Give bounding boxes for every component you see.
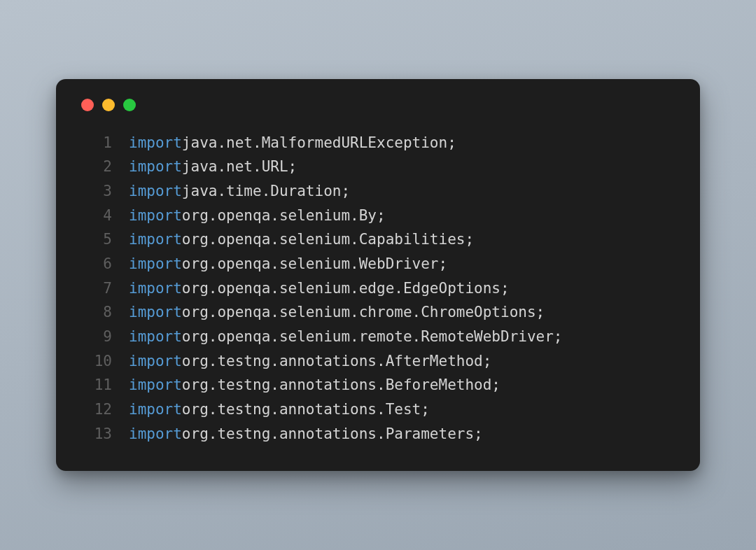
code-line: 3import java.time.Duration; <box>78 179 678 204</box>
line-number: 7 <box>78 276 112 301</box>
code-line: 7import org.openqa.selenium.edge.EdgeOpt… <box>78 276 678 301</box>
code-line: 6import org.openqa.selenium.WebDriver; <box>78 252 678 276</box>
window-controls <box>78 99 678 111</box>
maximize-icon[interactable] <box>123 99 136 111</box>
code-line: 12import org.testng.annotations.Test; <box>78 397 678 422</box>
keyword-import: import <box>129 227 182 252</box>
keyword-import: import <box>129 300 182 325</box>
import-path: java.time.Duration; <box>182 179 350 204</box>
code-line: 2import java.net.URL; <box>78 155 678 179</box>
minimize-icon[interactable] <box>102 99 115 111</box>
keyword-import: import <box>129 179 182 204</box>
line-number: 6 <box>78 252 112 276</box>
code-line: 10import org.testng.annotations.AfterMet… <box>78 349 678 374</box>
keyword-import: import <box>129 276 182 301</box>
import-path: java.net.MalformedURLException; <box>182 131 456 155</box>
code-line: 11import org.testng.annotations.BeforeMe… <box>78 373 678 397</box>
line-number: 4 <box>78 204 112 228</box>
close-icon[interactable] <box>81 99 94 111</box>
line-number: 8 <box>78 300 112 325</box>
keyword-import: import <box>129 422 182 446</box>
import-path: org.openqa.selenium.edge.EdgeOptions; <box>182 276 510 301</box>
import-path: org.openqa.selenium.Capabilities; <box>182 227 474 252</box>
code-line: 1import java.net.MalformedURLException; <box>78 131 678 155</box>
code-window: 1import java.net.MalformedURLException;2… <box>56 79 700 471</box>
keyword-import: import <box>129 252 182 276</box>
line-number: 3 <box>78 179 112 204</box>
code-line: 9import org.openqa.selenium.remote.Remot… <box>78 325 678 349</box>
keyword-import: import <box>129 397 182 422</box>
code-line: 8import org.openqa.selenium.chrome.Chrom… <box>78 300 678 325</box>
import-path: org.openqa.selenium.WebDriver; <box>182 252 447 276</box>
line-number: 11 <box>78 373 112 397</box>
keyword-import: import <box>129 131 182 155</box>
line-number: 5 <box>78 227 112 252</box>
import-path: org.testng.annotations.BeforeMethod; <box>182 373 500 397</box>
code-line: 4import org.openqa.selenium.By; <box>78 204 678 228</box>
code-block: 1import java.net.MalformedURLException;2… <box>78 131 678 446</box>
import-path: org.openqa.selenium.By; <box>182 204 386 228</box>
import-path: java.net.URL; <box>182 155 297 179</box>
line-number: 2 <box>78 155 112 179</box>
keyword-import: import <box>129 349 182 374</box>
keyword-import: import <box>129 204 182 228</box>
import-path: org.openqa.selenium.remote.RemoteWebDriv… <box>182 325 563 349</box>
code-line: 13import org.testng.annotations.Paramete… <box>78 422 678 446</box>
code-line: 5import org.openqa.selenium.Capabilities… <box>78 227 678 252</box>
import-path: org.openqa.selenium.chrome.ChromeOptions… <box>182 300 545 325</box>
keyword-import: import <box>129 373 182 397</box>
line-number: 1 <box>78 131 112 155</box>
keyword-import: import <box>129 155 182 179</box>
import-path: org.testng.annotations.AfterMethod; <box>182 349 492 374</box>
line-number: 10 <box>78 349 112 374</box>
import-path: org.testng.annotations.Test; <box>182 397 430 422</box>
line-number: 12 <box>78 397 112 422</box>
line-number: 9 <box>78 325 112 349</box>
keyword-import: import <box>129 325 182 349</box>
line-number: 13 <box>78 422 112 446</box>
import-path: org.testng.annotations.Parameters; <box>182 422 483 446</box>
